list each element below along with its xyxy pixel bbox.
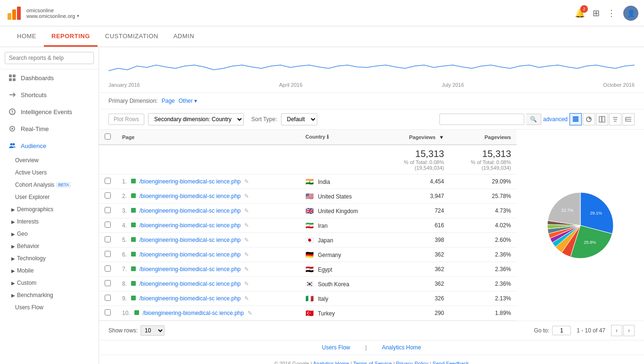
sidebar-item-intelligence[interactable]: Intelligence Events bbox=[0, 103, 99, 120]
other-dim-link[interactable]: Other ▾ bbox=[179, 98, 197, 104]
sidebar-group-mobile[interactable]: ▶ Mobile bbox=[0, 265, 99, 277]
page-link[interactable]: /bioengineering-biomedical-sc ience.php bbox=[140, 281, 241, 287]
feedback-link[interactable]: Send Feedback bbox=[433, 361, 469, 364]
edit-icon[interactable]: ✎ bbox=[244, 251, 249, 258]
th-pageviews[interactable]: Pageviews bbox=[450, 130, 517, 145]
edit-icon[interactable]: ✎ bbox=[244, 222, 249, 229]
edit-icon[interactable]: ✎ bbox=[244, 207, 249, 214]
page-link[interactable]: /bioengineering-biomedical-sc ience.php bbox=[140, 222, 241, 229]
page-link[interactable]: /bioengineering-biomedical-sc ience.php bbox=[142, 310, 244, 316]
row-pageviews-cell: 362 bbox=[383, 277, 450, 291]
notification-bell-icon[interactable]: 🔔 2 bbox=[575, 8, 585, 18]
page-link[interactable]: /bioengineering-biomedical-sc ience.php bbox=[140, 178, 241, 185]
row-checkbox[interactable] bbox=[105, 265, 111, 272]
select-all-checkbox[interactable] bbox=[105, 133, 111, 140]
tab-home[interactable]: HOME bbox=[9, 27, 44, 47]
page-link[interactable]: /bioengineering-biomedical-sc ience.php bbox=[140, 251, 241, 258]
goto-input[interactable] bbox=[552, 326, 571, 335]
view-pie-icon[interactable] bbox=[583, 113, 595, 125]
sort-type-select[interactable]: Default bbox=[281, 113, 317, 125]
svg-rect-15 bbox=[573, 118, 578, 120]
account-dropdown-arrow[interactable]: ▾ bbox=[77, 13, 79, 18]
th-pageviews-sort[interactable]: Pageviews ▼ bbox=[383, 130, 450, 145]
sidebar-group-behavior[interactable]: ▶ Behavior bbox=[0, 240, 99, 252]
sidebar-subitem-cohort[interactable]: Cohort Analysis BETA bbox=[0, 179, 99, 191]
svg-rect-31 bbox=[131, 237, 136, 242]
row-checkbox[interactable] bbox=[105, 207, 111, 213]
totals-row: 15,313 % of Total: 0.08% (19,549,034) 15… bbox=[99, 145, 517, 174]
tab-customization[interactable]: CUSTOMIZATION bbox=[98, 27, 166, 47]
table-row: 4. /bioengineering-biomedical-sc ience.p… bbox=[99, 218, 517, 233]
tab-reporting[interactable]: REPORTING bbox=[44, 27, 98, 47]
rows-per-page-select[interactable]: 10 25 50 100 500 bbox=[140, 325, 165, 336]
row-number: 5. bbox=[122, 237, 127, 243]
terms-link[interactable]: Terms of Service bbox=[353, 361, 392, 364]
apps-grid-icon[interactable]: ⊞ bbox=[593, 8, 600, 18]
table-search-input[interactable] bbox=[439, 114, 524, 125]
sidebar-group-custom[interactable]: ▶ Custom bbox=[0, 277, 99, 289]
analytics-home-link[interactable]: Analytics Home bbox=[313, 361, 349, 364]
prev-page-button[interactable]: ‹ bbox=[611, 325, 622, 336]
view-more-icon[interactable] bbox=[622, 113, 635, 125]
page-link[interactable]: /bioengineering-biomedical-sc ience.php bbox=[140, 237, 241, 243]
row-checkbox[interactable] bbox=[105, 295, 111, 301]
secondary-dimension-select[interactable]: Secondary dimension: Country bbox=[148, 113, 244, 125]
row-checkbox[interactable] bbox=[105, 309, 111, 315]
row-checkbox[interactable] bbox=[105, 280, 111, 286]
sidebar-item-audience[interactable]: Audience bbox=[0, 137, 99, 154]
avatar[interactable]: 👤 bbox=[623, 6, 638, 21]
edit-icon[interactable]: ✎ bbox=[248, 310, 252, 316]
sidebar-subitem-active-users[interactable]: Active Users bbox=[0, 166, 99, 179]
top-nav-right: 🔔 2 ⊞ ⋮ 👤 bbox=[575, 6, 638, 21]
advanced-link[interactable]: advanced bbox=[543, 116, 568, 123]
sidebar-subitem-users-flow[interactable]: Users Flow bbox=[0, 301, 99, 314]
country-flag: 🇺🇸 bbox=[305, 192, 314, 200]
page-link[interactable]: /bioengineering-biomedical-sc ience.php bbox=[140, 295, 241, 302]
row-checkbox[interactable] bbox=[105, 222, 111, 228]
edit-icon[interactable]: ✎ bbox=[244, 266, 249, 273]
next-page-button[interactable]: › bbox=[623, 325, 635, 336]
row-checkbox[interactable] bbox=[105, 236, 111, 242]
th-page[interactable]: Page bbox=[116, 130, 300, 145]
search-input[interactable] bbox=[5, 52, 94, 64]
more-options-icon[interactable]: ⋮ bbox=[607, 8, 616, 18]
sidebar-group-geo[interactable]: ▶ Geo bbox=[0, 228, 99, 240]
row-checkbox-cell bbox=[99, 204, 116, 218]
total-pct-right: % of Total: 0.08% bbox=[455, 159, 511, 165]
row-checkbox[interactable] bbox=[105, 251, 111, 257]
sidebar-item-shortcuts[interactable]: Shortcuts bbox=[0, 86, 99, 103]
analytics-home-link-bottom[interactable]: Analytics Home bbox=[382, 344, 421, 351]
sidebar-group-benchmarking[interactable]: ▶ Benchmarking bbox=[0, 289, 99, 301]
page-link[interactable]: /bioengineering-biomedical-sc ience.php bbox=[140, 207, 241, 214]
page-dim-link[interactable]: Page bbox=[162, 98, 175, 104]
view-data-icon[interactable] bbox=[570, 113, 582, 125]
dashboards-label: Dashboards bbox=[21, 74, 54, 82]
view-filter-icon[interactable] bbox=[609, 113, 621, 125]
row-checkbox[interactable] bbox=[105, 178, 111, 184]
edit-icon[interactable]: ✎ bbox=[244, 295, 249, 302]
edit-icon[interactable]: ✎ bbox=[244, 281, 249, 287]
row-checkbox[interactable] bbox=[105, 192, 111, 199]
th-country[interactable]: Country ℹ bbox=[300, 130, 383, 145]
sidebar-item-dashboards[interactable]: Dashboards bbox=[0, 69, 99, 86]
edit-icon[interactable]: ✎ bbox=[244, 193, 249, 199]
plot-rows-button[interactable]: Plot Rows bbox=[108, 114, 144, 125]
chart-label-apr: April 2016 bbox=[279, 82, 303, 88]
users-flow-link[interactable]: Users Flow bbox=[322, 344, 350, 351]
page-link[interactable]: /bioengineering-biomedical-sc ience.php bbox=[140, 193, 241, 199]
sidebar-subitem-overview[interactable]: Overview bbox=[0, 154, 99, 166]
page-link[interactable]: /bioengineering-biomedical-sc ience.php bbox=[140, 266, 241, 273]
pageviews-pct: 4.73% bbox=[495, 207, 511, 214]
table-search-button[interactable]: 🔍 bbox=[526, 114, 541, 125]
row-country-cell: 🇹🇷 Turkey bbox=[300, 306, 383, 321]
privacy-link[interactable]: Privacy Policy bbox=[396, 361, 428, 364]
tab-admin[interactable]: ADMIN bbox=[166, 27, 202, 47]
sidebar-group-technology[interactable]: ▶ Technology bbox=[0, 252, 99, 265]
sidebar-item-realtime[interactable]: Real-Time bbox=[0, 120, 99, 137]
view-table-icon[interactable] bbox=[596, 113, 608, 125]
sidebar-group-demographics[interactable]: ▶ Demographics bbox=[0, 203, 99, 215]
sidebar-group-interests[interactable]: ▶ Interests bbox=[0, 215, 99, 228]
sidebar-subitem-user-explorer[interactable]: User Explorer bbox=[0, 191, 99, 203]
edit-icon[interactable]: ✎ bbox=[244, 237, 249, 243]
edit-icon[interactable]: ✎ bbox=[244, 178, 249, 185]
